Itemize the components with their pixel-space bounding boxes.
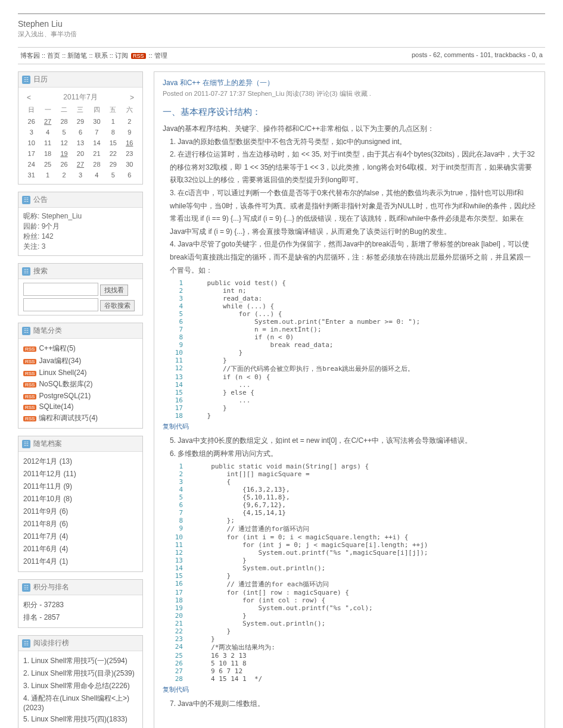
cat-link[interactable]: RSSLinux Shell(24)	[23, 367, 138, 378]
rss-icon[interactable]: RSS	[23, 359, 36, 364]
rss-icon[interactable]: RSS	[23, 416, 36, 421]
cal-day[interactable]: 14	[89, 138, 105, 148]
rss-icon[interactable]: RSS	[23, 371, 36, 376]
cal-day[interactable]: 21	[89, 148, 105, 159]
para-4: 4. Java中尽管了goto关键字，但是仍作为保留字，然而Java中的brea…	[170, 238, 536, 277]
search-input-1[interactable]	[23, 283, 98, 296]
nav-link[interactable]: 首页	[47, 52, 60, 59]
hot-link[interactable]: 3. Linux Shell常用命令总结(2226)	[23, 680, 138, 692]
cal-day[interactable]: 26	[56, 159, 72, 170]
search-btn-1[interactable]: 找找看	[100, 285, 128, 296]
cat-link[interactable]: RSSNoSQL数据库(2)	[23, 378, 138, 390]
nav-link[interactable]: 新随笔	[67, 52, 87, 59]
cal-day[interactable]: 24	[23, 159, 39, 170]
cal-day[interactable]: 5	[105, 170, 121, 180]
cal-day[interactable]: 9	[122, 127, 138, 138]
cal-day[interactable]: 16	[122, 138, 138, 148]
cal-day[interactable]: 7	[89, 127, 105, 138]
search-btn-2[interactable]: 谷歌搜索	[100, 300, 135, 311]
cal-day[interactable]: 2	[56, 170, 72, 180]
search-icon: ☷	[22, 267, 30, 276]
nav-link[interactable]: 管理	[154, 52, 167, 59]
cal-day[interactable]: 11	[39, 138, 55, 148]
cal-day[interactable]: 3	[23, 127, 39, 138]
cal-day[interactable]: 10	[23, 138, 39, 148]
cal-day[interactable]: 26	[23, 116, 39, 127]
rank-panel: ☷积分与排名 积分 - 37283排名 - 2857	[18, 579, 143, 628]
calendar-panel: ☷日历 < 2011年7月 > 日一二三四五六26272829301234567…	[18, 71, 143, 185]
arch-link[interactable]: 2011年9月 (6)	[23, 505, 138, 518]
hot-link[interactable]: 4. 通配符在(Linux Shell编程<上>)(2023)	[23, 692, 138, 713]
arch-link[interactable]: 2011年7月 (4)	[23, 530, 138, 543]
rss-icon[interactable]: RSS	[23, 346, 36, 352]
cal-day[interactable]: 20	[72, 148, 88, 159]
cal-day[interactable]: 8	[105, 127, 121, 138]
arch-link[interactable]: 2011年11月 (9)	[23, 480, 138, 493]
hot-link[interactable]: 5. Linux Shell常用技巧(四)(1833)	[23, 713, 138, 726]
arch-link[interactable]: 2011年10月 (8)	[23, 493, 138, 505]
cal-day[interactable]: 1	[105, 116, 121, 127]
cal-day[interactable]: 6	[72, 127, 88, 138]
nav-prefix: 博客园	[20, 52, 40, 59]
rank-icon: ☷	[22, 583, 30, 592]
nav-link[interactable]: 联系	[95, 52, 108, 59]
cal-day[interactable]: 1	[39, 170, 55, 180]
cal-day[interactable]: 30	[122, 159, 138, 170]
copy-code-2[interactable]: 复制代码	[163, 686, 189, 693]
post-meta: Posted on 2011-07-27 17:37 Stephen_Liu 阅…	[163, 89, 536, 98]
cal-day[interactable]: 15	[105, 138, 121, 148]
cal-day[interactable]: 4	[89, 170, 105, 180]
cat-link[interactable]: RSSJava编程(34)	[23, 355, 138, 367]
para-intro: Java的基本程序结构、关键字、操作符都和C/C++非常相似，以下为主要的几点区…	[163, 123, 536, 136]
cal-day[interactable]: 13	[72, 138, 88, 148]
cal-day[interactable]: 28	[56, 116, 72, 127]
nav-link[interactable]: 订阅	[115, 52, 128, 59]
cal-day[interactable]: 5	[56, 127, 72, 138]
cat-link[interactable]: RSSSQLite(14)	[23, 401, 138, 412]
cal-day[interactable]: 31	[23, 170, 39, 180]
cal-day[interactable]: 27	[39, 116, 55, 127]
cal-next[interactable]: >	[130, 93, 134, 102]
cal-day[interactable]: 12	[56, 138, 72, 148]
rss-badge[interactable]: RSS	[131, 53, 146, 59]
cat-link[interactable]: RSSPostgreSQL(21)	[23, 390, 138, 401]
arch-link[interactable]: 2012年1月 (13)	[23, 455, 138, 468]
cal-day[interactable]: 2	[122, 116, 138, 127]
post-title[interactable]: Java 和C++ 在细节上的差异（一）	[163, 78, 536, 88]
hot-icon: ☷	[22, 639, 30, 648]
cal-day[interactable]: 27	[72, 159, 88, 170]
cat-link[interactable]: RSS编程和调试技巧(4)	[23, 412, 138, 424]
cal-day[interactable]: 6	[122, 170, 138, 180]
para-7: 7. Java中的不规则二维数组。	[170, 698, 536, 711]
arch-link[interactable]: 2011年6月 (4)	[23, 543, 138, 555]
arch-link[interactable]: 2011年8月 (6)	[23, 518, 138, 530]
rss-icon[interactable]: RSS	[23, 382, 36, 388]
announce-row: 昵称: Stephen_Liu	[23, 211, 138, 221]
copy-code-1[interactable]: 复制代码	[163, 423, 189, 430]
calendar-title: 日历	[33, 74, 48, 85]
cal-prev[interactable]: <	[27, 93, 31, 102]
rss-icon[interactable]: RSS	[23, 405, 36, 410]
announce-icon: ☷	[22, 196, 30, 204]
search-input-2[interactable]	[23, 298, 98, 311]
hot-link[interactable]: 1. Linux Shell常用技巧(一)(2594)	[23, 655, 138, 667]
announce-title: 公告	[33, 195, 48, 205]
cal-day[interactable]: 4	[39, 127, 55, 138]
cat-link[interactable]: RSSC++编程(5)	[23, 342, 138, 355]
cal-day[interactable]: 29	[72, 116, 88, 127]
cal-day[interactable]: 25	[39, 159, 55, 170]
blog-subtitle: 深入浅出、事半功倍	[18, 30, 545, 39]
cal-day[interactable]: 29	[105, 159, 121, 170]
cal-day[interactable]: 22	[105, 148, 121, 159]
cal-day[interactable]: 28	[89, 159, 105, 170]
cal-day[interactable]: 30	[89, 116, 105, 127]
cal-day[interactable]: 17	[23, 148, 39, 159]
cal-day[interactable]: 18	[39, 148, 55, 159]
hot-link[interactable]: 2. Linux Shell常用技巧(目录)(2539)	[23, 667, 138, 680]
arch-link[interactable]: 2011年12月 (11)	[23, 468, 138, 480]
cal-day[interactable]: 23	[122, 148, 138, 159]
cal-day[interactable]: 19	[56, 148, 72, 159]
cal-day[interactable]: 3	[72, 170, 88, 180]
rss-icon[interactable]: RSS	[23, 394, 36, 399]
arch-link[interactable]: 2011年4月 (1)	[23, 555, 138, 568]
